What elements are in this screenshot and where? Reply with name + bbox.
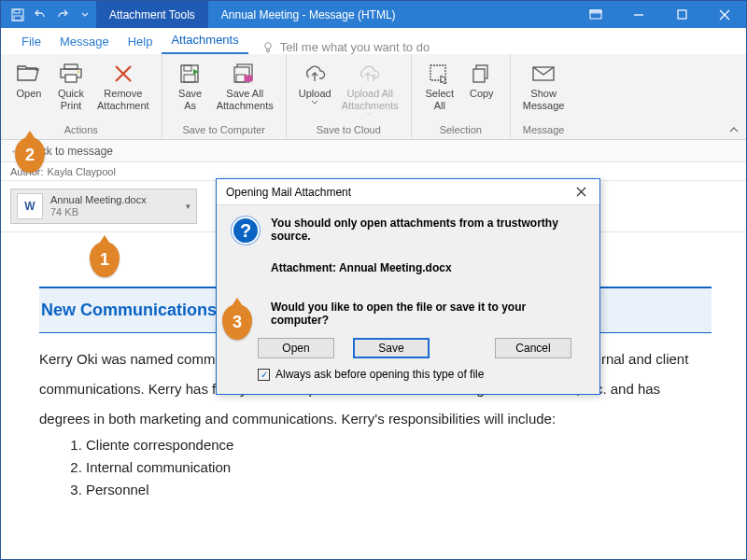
svg-rect-10: [65, 75, 77, 82]
collapse-ribbon-icon[interactable]: [729, 124, 739, 135]
upload-button[interactable]: Upload: [294, 58, 336, 118]
close-icon[interactable]: [703, 1, 746, 28]
save-all-button[interactable]: Save All Attachments: [212, 58, 278, 113]
ribbon: Open Quick Print Remove Attachment Actio…: [1, 54, 746, 140]
group-label: Message: [518, 124, 570, 137]
back-bar[interactable]: ← Back to message: [1, 140, 746, 162]
dialog-titlebar: Opening Mail Attachment: [217, 179, 599, 205]
group-label: Selection: [419, 124, 502, 137]
group-label: Save to Computer: [170, 124, 278, 137]
svg-point-11: [78, 71, 79, 73]
checkbox-label: Always ask before opening this type of f…: [275, 368, 484, 381]
minimize-icon[interactable]: [617, 1, 660, 28]
quick-print-button[interactable]: Quick Print: [50, 58, 92, 113]
chevron-down-icon: [366, 111, 374, 116]
dialog-open-button[interactable]: Open: [258, 338, 334, 358]
select-all-icon: [429, 63, 451, 84]
copy-button[interactable]: Copy: [461, 58, 502, 113]
group-selection: Select All Copy Selection: [412, 54, 511, 139]
group-message: Show Message Message: [511, 54, 577, 139]
close-icon: [576, 187, 586, 197]
svg-rect-4: [590, 10, 601, 13]
chevron-down-icon: [311, 100, 318, 105]
dialog-save-button[interactable]: Save: [353, 338, 430, 358]
dialog-title: Opening Mail Attachment: [226, 186, 351, 199]
svg-rect-8: [64, 64, 78, 69]
show-message-button[interactable]: Show Message: [518, 58, 570, 113]
list-item: Cliente correspondence: [86, 434, 712, 456]
dialog-cancel-button[interactable]: Cancel: [495, 338, 571, 358]
tab-file[interactable]: File: [12, 31, 50, 54]
list-item: Internal communication: [86, 456, 712, 479]
chevron-down-icon[interactable]: ▾: [186, 202, 190, 211]
maximize-icon[interactable]: [660, 1, 703, 28]
window-controls: [574, 1, 746, 28]
svg-rect-21: [473, 69, 485, 82]
dialog-close-button[interactable]: [570, 183, 592, 202]
title-bar: Attachment Tools Annual Meeting - Messag…: [1, 1, 746, 28]
save-as-button[interactable]: Save As: [170, 58, 211, 113]
save-all-icon: [233, 63, 257, 84]
save-icon[interactable]: [7, 1, 29, 28]
tell-me-box[interactable]: Tell me what you want to do: [261, 40, 430, 54]
context-tab-label: Attachment Tools: [96, 1, 208, 28]
attachment-name: Annual Meeting.docx: [50, 194, 147, 206]
always-ask-checkbox[interactable]: ✓ Always ask before opening this type of…: [258, 368, 585, 381]
svg-rect-1: [14, 9, 20, 13]
remove-attachment-button[interactable]: Remove Attachment: [92, 58, 154, 113]
open-button[interactable]: Open: [8, 58, 49, 113]
tab-message[interactable]: Message: [50, 31, 119, 54]
envelope-icon: [531, 64, 556, 83]
svg-rect-6: [678, 10, 686, 19]
cloud-upload-all-icon: [356, 64, 384, 83]
cloud-upload-icon: [302, 64, 328, 83]
word-doc-icon: W: [17, 193, 43, 219]
ribbon-tabs: File Message Help Attachments Tell me wh…: [1, 28, 746, 54]
svg-point-7: [264, 42, 271, 49]
group-save-computer: Save As Save All Attachments Save to Com…: [162, 54, 287, 139]
quick-access: [1, 1, 96, 28]
attachment-chip[interactable]: W Annual Meeting.docx 74 KB ▾: [10, 189, 197, 224]
group-save-cloud: Upload Upload All Attachments Save to Cl…: [287, 54, 412, 139]
lightbulb-icon: [261, 41, 275, 54]
group-label: Save to Cloud: [294, 124, 403, 137]
undo-icon[interactable]: [29, 1, 51, 28]
open-attachment-dialog: Opening Mail Attachment ? You should onl…: [216, 178, 600, 395]
tab-help[interactable]: Help: [119, 31, 162, 54]
window-title: Annual Meeting - Message (HTML): [208, 1, 409, 28]
tell-me-label: Tell me what you want to do: [280, 40, 430, 54]
dialog-warning: You should only open attachments from a …: [271, 217, 585, 243]
ribbon-display-icon[interactable]: [574, 1, 617, 28]
svg-rect-2: [14, 16, 21, 21]
copy-icon: [472, 63, 492, 84]
svg-rect-14: [184, 75, 195, 82]
title-mid: Attachment Tools Annual Meeting - Messag…: [96, 1, 409, 28]
checkbox-icon: ✓: [258, 369, 270, 381]
list-item: Personnel: [86, 479, 712, 501]
svg-rect-18: [245, 76, 252, 81]
x-icon: [113, 63, 134, 84]
qa-dropdown-icon[interactable]: [74, 1, 96, 28]
select-all-button[interactable]: Select All: [419, 58, 460, 113]
attachment-size: 74 KB: [50, 206, 147, 218]
question-icon: ?: [232, 217, 260, 245]
dialog-question: Would you like to open the file or save …: [271, 301, 585, 327]
svg-rect-13: [184, 65, 191, 71]
group-actions: Open Quick Print Remove Attachment Actio…: [1, 54, 162, 139]
printer-icon: [59, 63, 83, 84]
folder-open-icon: [16, 63, 42, 84]
dialog-attachment-label: Attachment: Annual Meeting.docx: [271, 261, 585, 274]
save-as-icon: [179, 63, 202, 84]
redo-icon[interactable]: [51, 1, 74, 28]
tab-attachments[interactable]: Attachments: [162, 29, 247, 54]
author-name: Kayla Claypool: [47, 166, 115, 177]
upload-all-button: Upload All Attachments: [337, 58, 403, 118]
